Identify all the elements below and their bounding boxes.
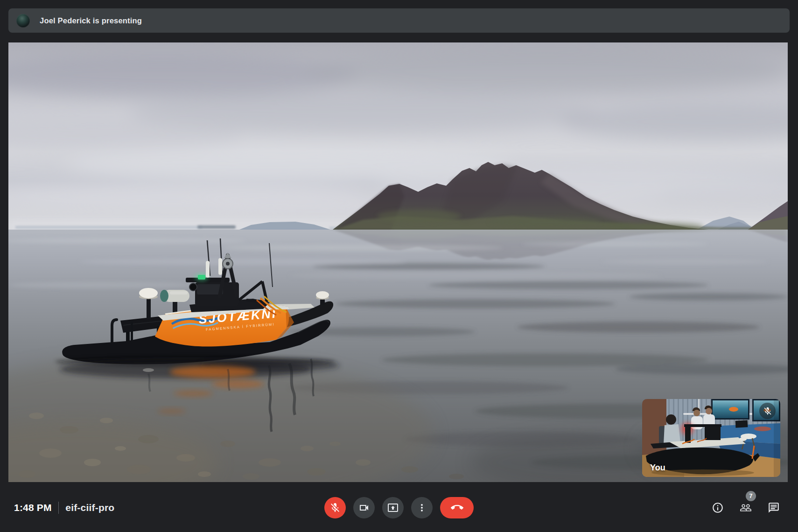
chat-icon — [768, 502, 780, 514]
present-screen-button[interactable] — [382, 497, 404, 518]
call-controls — [324, 483, 474, 532]
camera-toggle-button[interactable] — [353, 497, 375, 518]
participants-count-badge: 7 — [746, 491, 756, 501]
more-options-button[interactable] — [411, 497, 433, 518]
info-icon — [712, 502, 724, 514]
control-bar: 1:48 PM eif-ciif-pro 7 — [0, 483, 798, 532]
leave-call-button[interactable] — [440, 497, 474, 518]
videocam-icon — [358, 502, 370, 513]
more-options-icon — [416, 502, 427, 513]
self-view-tile[interactable]: You — [642, 399, 780, 477]
self-view-label: You — [650, 463, 665, 473]
mic-toggle-button[interactable] — [324, 497, 346, 518]
participants-button[interactable]: 7 — [736, 498, 755, 517]
meta-divider — [58, 502, 59, 514]
boat-status-light — [198, 275, 205, 280]
chat-button[interactable] — [764, 498, 783, 517]
panel-controls: 7 — [708, 483, 783, 532]
mic-off-icon — [329, 502, 341, 513]
meeting-meta: 1:48 PM eif-ciif-pro — [14, 483, 114, 532]
call-end-icon — [451, 501, 463, 514]
meeting-details-button[interactable] — [708, 498, 727, 517]
google-meet-window: { "banner": { "text": "Joel Pederick is … — [0, 0, 798, 532]
meeting-code: eif-ciif-pro — [65, 502, 114, 513]
clock: 1:48 PM — [14, 502, 52, 513]
presenter-avatar — [16, 14, 30, 28]
presenting-banner-text: Joel Pederick is presenting — [40, 16, 142, 25]
presenting-banner: Joel Pederick is presenting — [8, 8, 790, 33]
participants-icon — [740, 502, 752, 514]
present-to-all-icon — [387, 502, 399, 513]
self-view-mic-off-icon — [759, 403, 776, 419]
shared-screen-video[interactable]: SJÓTÆKNI FAGMENNSKA Í FYRIRRÚMI — [8, 42, 788, 482]
